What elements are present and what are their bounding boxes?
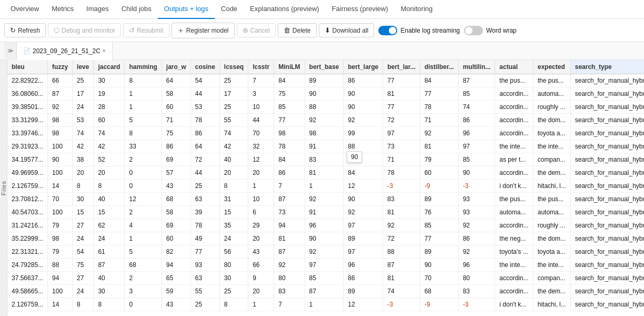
table-cell: 20 [94, 166, 125, 180]
col-header-jaccard[interactable]: jaccard [94, 60, 125, 74]
nav-explanations[interactable]: Explanations (preview) [244, 0, 326, 19]
col-header-lcsstr[interactable]: lcsstr [248, 60, 274, 74]
delete-icon: 🗑 [284, 26, 290, 34]
table-cell: 69 [162, 219, 190, 232]
table-cell: 24.79285... [7, 259, 48, 272]
nav-overview[interactable]: Overview [4, 0, 45, 19]
cancel-icon: ⊗ [243, 26, 248, 34]
col-header-distilber---[interactable]: distilber... [420, 60, 458, 74]
data-table-container[interactable]: 90 bleufuzzylevejaccardhammingjaro_wcosi… [7, 60, 644, 316]
refresh-button[interactable]: ↻ Refresh [4, 23, 46, 37]
table-cell: 8 [219, 298, 248, 311]
table-cell: 44 [190, 87, 219, 101]
table-cell: 53 [73, 114, 94, 127]
table-cell: toyota's ... [495, 245, 533, 259]
col-header-bert-lar---[interactable]: bert_lar... [383, 60, 420, 74]
table-cell: roughly ... [533, 101, 570, 114]
table-cell: 90 [305, 87, 344, 101]
table-cell: 29 [248, 219, 274, 232]
table-cell: 20 [248, 166, 274, 180]
table-cell: 57 [162, 166, 190, 180]
nav-monitoring[interactable]: Monitoring [395, 0, 439, 19]
table-cell: 52 [94, 153, 125, 166]
table-cell: search_for_manual_hybrid [570, 298, 644, 311]
cancel-button[interactable]: ⊗ Cancel [237, 23, 276, 37]
col-header-bleu[interactable]: bleu [7, 60, 48, 74]
table-cell: 83 [305, 153, 344, 166]
register-model-button[interactable]: ＋ Register model [172, 23, 235, 38]
table-cell: 98 [305, 127, 344, 140]
tab-close-button[interactable]: × [103, 48, 106, 54]
col-header-bert-base[interactable]: bert_base [305, 60, 344, 74]
nav-metrics[interactable]: Metrics [45, 0, 80, 19]
word-wrap-toggle[interactable] [464, 26, 483, 35]
table-cell: 43 [248, 245, 274, 259]
table-cell: 44 [190, 166, 219, 180]
col-header-bert-large[interactable]: bert_large [344, 60, 383, 74]
table-cell: 79 [420, 153, 458, 166]
table-row: 37.56637...94274026563309808586817080acc… [7, 272, 644, 285]
nav-images[interactable]: Images [80, 0, 115, 19]
sidebar-toggle-button[interactable]: ≫ [4, 42, 17, 60]
debug-monitor-button[interactable]: ⬡ Debug and monitor [48, 23, 121, 37]
nav-outputs-logs[interactable]: Outputs + logs [158, 0, 215, 19]
table-cell: 73 [383, 140, 420, 153]
col-header-minilm[interactable]: MiniLM [274, 60, 305, 74]
resubmit-button[interactable]: ↺ Resubmit [123, 23, 169, 37]
file-tab[interactable]: 📄 2023_09_26_21_51_2C × [17, 42, 113, 60]
table-cell: search_for_manual_hybrid [570, 232, 644, 245]
col-header-leve[interactable]: leve [73, 60, 94, 74]
col-header-fuzzy[interactable]: fuzzy [48, 60, 73, 74]
col-header-jaro-w[interactable]: jaro_w [162, 60, 190, 74]
table-cell: search_for_manual_hybrid [570, 206, 644, 219]
table-cell: 87 [274, 193, 305, 206]
table-cell: 90 [458, 166, 495, 180]
table-cell: 1 [125, 87, 162, 101]
enable-log-label: Enable log streaming [400, 27, 460, 34]
col-header-multilin---[interactable]: multilin... [458, 60, 495, 74]
table-cell: 87 [94, 259, 125, 272]
enable-log-streaming-toggle[interactable] [378, 26, 397, 35]
table-header-row: bleufuzzylevejaccardhammingjaro_wcosinel… [7, 60, 644, 74]
table-cell: 31.24216... [7, 219, 48, 232]
table-cell: 92 [48, 101, 73, 114]
table-cell: 1 [125, 232, 162, 245]
col-header-hamming[interactable]: hamming [125, 60, 162, 74]
table-cell: the pus... [533, 193, 570, 206]
table-cell: 25 [73, 74, 94, 87]
table-cell: 92 [458, 245, 495, 259]
table-cell: 4 [125, 219, 162, 232]
col-header-cosine[interactable]: cosine [190, 60, 219, 74]
table-cell: 33.31299... [7, 114, 48, 127]
table-cell: accordin... [495, 114, 533, 127]
table-row: 39.38501...922428160532510858890777874ac… [7, 101, 644, 114]
table-cell: search_for_manual_hybrid [570, 153, 644, 166]
table-cell: 78 [190, 114, 219, 127]
table-cell: 74 [94, 127, 125, 140]
table-cell: 58 [162, 206, 190, 219]
nav-code[interactable]: Code [215, 0, 244, 19]
delete-button[interactable]: 🗑 Delete [278, 23, 317, 37]
table-cell: 39.38501... [7, 101, 48, 114]
table-cell: 77 [383, 74, 420, 87]
table-cell: 99 [344, 127, 383, 140]
table-cell: 89 [420, 245, 458, 259]
table-cell: 39 [190, 206, 219, 219]
col-header-actual[interactable]: actual [495, 60, 533, 74]
table-cell: 28 [94, 101, 125, 114]
table-row: 34.19577...903852269724012848386717985as… [7, 153, 644, 166]
table-cell: 68 [420, 285, 458, 298]
table-cell: 5 [125, 245, 162, 259]
download-all-button[interactable]: ⬇ Download all [319, 23, 375, 37]
col-header-expected[interactable]: expected [533, 60, 570, 74]
nav-fairness[interactable]: Fairness (preview) [326, 0, 395, 19]
col-header-search-type[interactable]: search_type [570, 60, 644, 74]
files-panel: Files [0, 60, 7, 316]
table-cell: the dom... [533, 232, 570, 245]
table-cell: 78 [383, 166, 420, 180]
word-wrap-knob [465, 27, 472, 34]
nav-child-jobs[interactable]: Child jobs [115, 0, 158, 19]
col-header-lcsseq[interactable]: lcsseq [219, 60, 248, 74]
table-row: 22.31321...795461582775643879297888992to… [7, 245, 644, 259]
table-cell: 98 [48, 127, 73, 140]
